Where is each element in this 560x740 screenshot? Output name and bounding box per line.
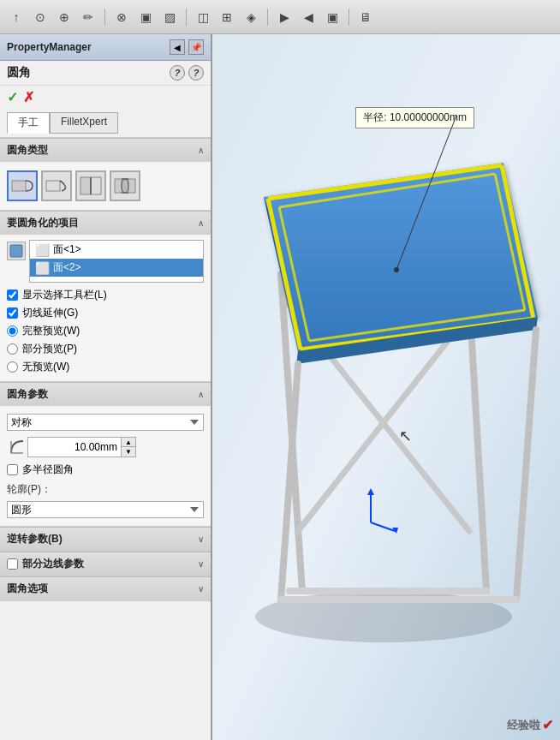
multi-radius-label[interactable]: 多半径圆角 xyxy=(22,462,74,477)
section-params-content: 对称 非对称 10.00mm ▲ xyxy=(0,406,211,526)
section-items-arrow: ∧ xyxy=(198,218,204,228)
toolbar-icon-1[interactable]: ↑ xyxy=(7,8,26,27)
tangent-propagation-row: 切线延伸(G) xyxy=(7,304,204,322)
section-partial-header[interactable]: 部分边线参数 ∨ xyxy=(0,552,211,576)
section-fillet-type-content xyxy=(0,162,211,210)
section-fillet-type-header[interactable]: 圆角类型 ∧ xyxy=(0,138,211,162)
section-items: 要圆角化的项目 ∧ ⬜ 面<1> ⬜ 面<2> xyxy=(0,211,211,382)
full-preview-label[interactable]: 完整预览(W) xyxy=(22,324,80,338)
top-toolbar: ↑ ⊙ ⊕ ✏ ⊗ ▣ ▨ ◫ ⊞ ◈ ▶ ◀ ▣ 🖥 xyxy=(0,0,560,34)
help-icon-1[interactable]: ? xyxy=(170,65,185,81)
toolbar-icon-9[interactable]: ⊞ xyxy=(217,8,236,27)
toolbar-icon-11[interactable]: ▶ xyxy=(275,8,294,27)
no-preview-row: 无预览(W) xyxy=(7,358,204,376)
help-icon-2[interactable]: ? xyxy=(188,65,204,81)
tangent-propagation-checkbox[interactable] xyxy=(7,307,18,319)
svg-rect-2 xyxy=(80,177,91,194)
svg-rect-4 xyxy=(115,179,122,193)
symmetry-select[interactable]: 对称 非对称 xyxy=(7,414,204,431)
svg-rect-5 xyxy=(128,179,135,193)
partial-checkbox[interactable] xyxy=(7,558,18,570)
face-item-2[interactable]: ⬜ 面<2> xyxy=(30,259,203,277)
svg-rect-7 xyxy=(10,245,22,257)
pm-title: PropertyManager xyxy=(7,41,92,53)
tab-manual[interactable]: 手工 xyxy=(7,112,50,134)
tooltip-callout: 半径: 10.00000000mm xyxy=(355,107,474,128)
svg-point-6 xyxy=(122,179,128,193)
accept-cancel-row: ✓ ✗ xyxy=(0,86,211,109)
radius-spin-up[interactable]: ▲ xyxy=(122,438,135,447)
fillet-type-variable[interactable] xyxy=(41,170,72,201)
radius-spin-down[interactable]: ▼ xyxy=(122,447,135,457)
toolbar-icon-14[interactable]: 🖥 xyxy=(356,8,375,27)
no-preview-radio[interactable] xyxy=(7,361,18,373)
section-options-header[interactable]: 圆角选项 ∨ xyxy=(0,576,211,600)
section-reverse-header[interactable]: 逆转参数(B) ∨ xyxy=(0,527,211,551)
section-params-header[interactable]: 圆角参数 ∧ xyxy=(0,382,211,406)
face-1-label: 面<1> xyxy=(53,242,81,257)
face-2-icon: ⬜ xyxy=(35,261,50,275)
pm-collapse-btn[interactable]: ◀ xyxy=(170,39,185,55)
watermark: 经验啦 ✔ xyxy=(507,717,553,733)
tab-filletxpert[interactable]: FilletXpert xyxy=(50,112,118,134)
toolbar-icon-7[interactable]: ▨ xyxy=(160,8,179,27)
section-reverse-title: 逆转参数(B) xyxy=(7,532,63,546)
toolbar-sep-1 xyxy=(104,9,105,26)
fillet-type-constant[interactable] xyxy=(7,170,38,201)
svg-text:↖: ↖ xyxy=(399,427,412,445)
pm-pin-btn[interactable]: 📌 xyxy=(188,39,204,55)
pm-header-icons: ◀ 📌 xyxy=(170,39,204,55)
partial-preview-radio[interactable] xyxy=(7,343,18,355)
feature-title-row: 圆角 ? ? xyxy=(0,61,211,86)
accept-button[interactable]: ✓ xyxy=(7,89,18,105)
multi-radius-checkbox[interactable] xyxy=(7,464,18,475)
fillet-type-face[interactable] xyxy=(75,170,106,201)
section-items-title: 要圆角化的项目 xyxy=(7,216,79,230)
watermark-check: ✔ xyxy=(542,717,553,733)
show-selection-toolbar-label[interactable]: 显示选择工具栏(L) xyxy=(22,288,107,302)
section-items-header[interactable]: 要圆角化的项目 ∧ xyxy=(0,211,211,235)
section-params-arrow: ∧ xyxy=(198,390,204,399)
section-reverse-arrow: ∨ xyxy=(198,534,204,544)
radius-input[interactable]: 10.00mm xyxy=(27,437,122,457)
section-options-arrow: ∨ xyxy=(198,584,204,594)
full-preview-radio[interactable] xyxy=(7,325,18,337)
full-preview-row: 完整预览(W) xyxy=(7,322,204,340)
face-select-icon xyxy=(7,242,26,260)
toolbar-icon-6[interactable]: ▣ xyxy=(136,8,155,27)
fillet-type-full[interactable] xyxy=(110,170,140,201)
profile-label: 轮廓(P)： xyxy=(7,479,204,498)
toolbar-icon-4[interactable]: ✏ xyxy=(79,8,98,27)
tooltip-label: 半径: xyxy=(363,111,386,123)
section-reverse: 逆转参数(B) ∨ xyxy=(0,527,211,552)
feature-title: 圆角 xyxy=(7,65,31,81)
feature-help-icons: ? ? xyxy=(170,65,204,81)
section-params-title: 圆角参数 xyxy=(7,387,48,402)
show-selection-toolbar-row: 显示选择工具栏(L) xyxy=(7,286,204,304)
section-options-title: 圆角选项 xyxy=(7,582,48,596)
symmetry-row: 对称 非对称 xyxy=(7,411,204,433)
toolbar-icon-8[interactable]: ◫ xyxy=(194,8,212,27)
left-panel: PropertyManager ◀ 📌 圆角 ? ? ✓ ✗ 手工 Fillet… xyxy=(0,34,212,740)
main-layout: PropertyManager ◀ 📌 圆角 ? ? ✓ ✗ 手工 Fillet… xyxy=(0,34,560,740)
right-panel[interactable]: ↖ 半径: 10.00000000mm 经验啦 ✔ xyxy=(212,34,560,740)
tooltip-value: 10.00000000mm xyxy=(390,111,467,123)
multi-radius-row: 多半径圆角 xyxy=(7,461,204,479)
section-partial-title: 部分边线参数 xyxy=(22,557,84,571)
tangent-propagation-label[interactable]: 切线延伸(G) xyxy=(22,306,78,320)
profile-select[interactable]: 圆形 锥形 曲率连续 xyxy=(7,501,204,518)
radius-spin-buttons: ▲ ▼ xyxy=(122,437,136,457)
svg-rect-1 xyxy=(46,181,60,191)
section-options: 圆角选项 ∨ xyxy=(0,576,211,601)
show-selection-toolbar-checkbox[interactable] xyxy=(7,289,18,301)
cancel-button[interactable]: ✗ xyxy=(23,89,34,105)
toolbar-icon-5[interactable]: ⊗ xyxy=(112,8,131,27)
toolbar-icon-10[interactable]: ◈ xyxy=(241,8,260,27)
no-preview-label[interactable]: 无预览(W) xyxy=(22,360,69,374)
toolbar-icon-12[interactable]: ◀ xyxy=(299,8,318,27)
partial-preview-label[interactable]: 部分预览(P) xyxy=(22,342,77,356)
toolbar-icon-2[interactable]: ⊙ xyxy=(31,8,50,27)
face-item-1[interactable]: ⬜ 面<1> xyxy=(30,241,203,259)
toolbar-icon-13[interactable]: ▣ xyxy=(323,8,342,27)
toolbar-icon-3[interactable]: ⊕ xyxy=(55,8,74,27)
